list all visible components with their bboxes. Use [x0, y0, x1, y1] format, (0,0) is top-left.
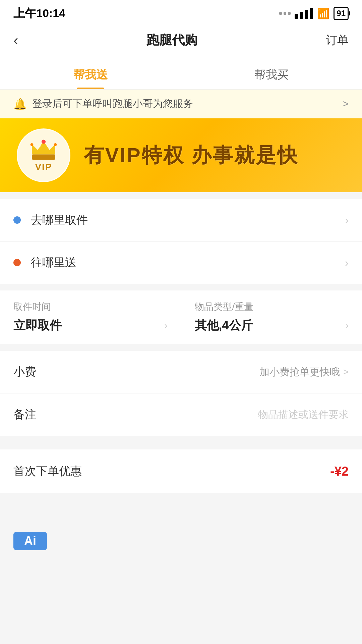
- section-gap-2: [0, 284, 362, 290]
- location-section: 去哪里取件 › 往哪里送 ›: [0, 199, 362, 284]
- page-title: 跑腿代购: [146, 32, 197, 49]
- discount-label: 首次下单优惠: [13, 464, 82, 479]
- split-options-row: 取件时间 立即取件 › 物品类型/重量 其他,4公斤 ›: [0, 290, 362, 344]
- wifi-icon: 📶: [317, 8, 329, 19]
- tab-help-send[interactable]: 帮我送: [0, 57, 181, 89]
- signal-dots-icon: [279, 12, 291, 15]
- note-row[interactable]: 备注 物品描述或送件要求: [0, 393, 362, 436]
- tabs-bar: 帮我送 帮我买: [0, 57, 362, 90]
- signal-bars-icon: [295, 8, 313, 19]
- svg-point-2: [42, 140, 46, 144]
- delivery-dot-icon: [13, 259, 21, 266]
- pickup-time-arrow: ›: [164, 320, 167, 331]
- item-type-cell[interactable]: 物品类型/重量 其他,4公斤 ›: [181, 290, 362, 344]
- bell-icon: 🔔: [13, 98, 27, 110]
- status-bar: 上午10:14 📶 91: [0, 0, 362, 23]
- pickup-time-label: 取件时间: [13, 301, 168, 313]
- pickup-location-label: 去哪里取件: [31, 212, 345, 228]
- orders-button[interactable]: 订单: [326, 33, 349, 48]
- pickup-time-value: 立即取件: [13, 317, 62, 334]
- discount-row: 首次下单优惠 -¥2: [0, 449, 362, 493]
- item-type-value-row: 其他,4公斤 ›: [195, 317, 349, 334]
- svg-point-3: [31, 143, 34, 146]
- note-label: 备注: [13, 407, 36, 422]
- extra-fee-row[interactable]: 小费 加小费抢单更快哦 >: [0, 351, 362, 393]
- login-notice[interactable]: 🔔 登录后可下单呼叫跑腿小哥为您服务 >: [0, 90, 362, 118]
- section-gap-3: [0, 344, 362, 351]
- discount-section: 首次下单优惠 -¥2: [0, 449, 362, 493]
- svg-point-4: [54, 143, 57, 146]
- vip-circle: VIP: [17, 128, 70, 182]
- svg-rect-0: [32, 154, 55, 160]
- extra-fee-arrow: >: [343, 367, 349, 377]
- section-gap-1: [0, 192, 362, 199]
- extra-fee-right: 加小费抢单更快哦 >: [259, 365, 349, 379]
- extra-fee-label: 小费: [13, 364, 36, 380]
- pickup-time-cell[interactable]: 取件时间 立即取件 ›: [0, 290, 181, 344]
- login-notice-text: 登录后可下单呼叫跑腿小哥为您服务: [32, 97, 193, 111]
- item-type-label: 物品类型/重量: [195, 301, 349, 313]
- back-button[interactable]: ‹: [13, 32, 18, 49]
- delivery-location-label: 往哪里送: [31, 255, 345, 270]
- pickup-location-arrow: ›: [345, 214, 349, 226]
- discount-value: -¥2: [330, 464, 349, 479]
- status-time: 上午10:14: [13, 6, 65, 21]
- login-notice-arrow: >: [342, 98, 349, 110]
- crown-icon: [28, 138, 59, 162]
- section-gap-4: [0, 436, 362, 443]
- pickup-time-value-row: 立即取件 ›: [13, 317, 168, 334]
- note-placeholder: 物品描述或送件要求: [258, 408, 349, 422]
- status-icons: 📶 91: [279, 7, 349, 20]
- vip-banner[interactable]: VIP 有VIP特权 办事就是快: [0, 118, 362, 192]
- extra-fee-placeholder: 加小费抢单更快哦: [259, 365, 340, 379]
- ai-badge[interactable]: Ai: [13, 532, 47, 550]
- item-type-arrow: ›: [346, 320, 349, 331]
- vip-main-text: 有VIP特权 办事就是快: [84, 142, 299, 169]
- pickup-location-row[interactable]: 去哪里取件 ›: [0, 199, 362, 241]
- delivery-location-arrow: ›: [345, 257, 349, 269]
- login-notice-content: 🔔 登录后可下单呼叫跑腿小哥为您服务: [13, 97, 193, 111]
- tab-help-buy[interactable]: 帮我买: [181, 57, 362, 89]
- nav-bar: ‹ 跑腿代购 订单: [0, 23, 362, 57]
- delivery-location-row[interactable]: 往哪里送 ›: [0, 241, 362, 284]
- battery-icon: 91: [334, 7, 349, 20]
- bottom-space: [0, 493, 362, 560]
- pickup-dot-icon: [13, 216, 21, 224]
- vip-label: VIP: [35, 162, 52, 172]
- item-type-value: 其他,4公斤: [195, 317, 253, 334]
